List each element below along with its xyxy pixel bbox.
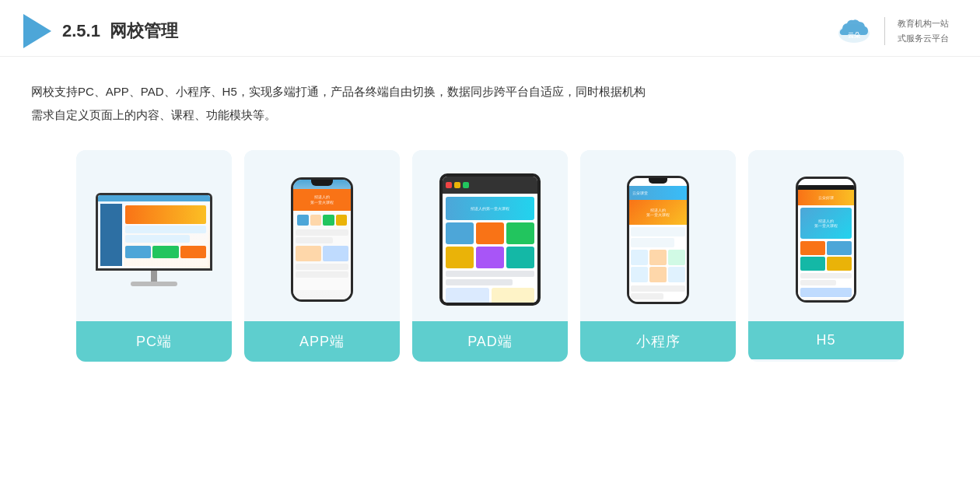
- tablet-tile-2: [476, 222, 504, 244]
- card-pc-image: [76, 150, 232, 321]
- pc-base: [131, 282, 177, 286]
- pc-screen: [98, 195, 210, 268]
- pc-sidebar: [100, 204, 122, 266]
- card-pad-image: 招进人的第一堂火课程: [412, 150, 568, 321]
- pc-screen-content: [98, 201, 210, 268]
- logo-divider: [884, 17, 885, 45]
- card-pad-label: PAD端: [412, 321, 568, 362]
- miniapp-phone-mockup: 云朵课堂 招进人的第一堂火课程: [627, 176, 689, 304]
- card-app-image: 招进人的第一堂火课程: [244, 150, 400, 321]
- description-block: 网校支持PC、APP、PAD、小程序、H5，实现多端打通，产品各终端自由切换，数…: [0, 57, 980, 135]
- h5-tiles: [800, 241, 852, 271]
- pc-device-mockup: [96, 193, 212, 286]
- tablet-tile-6: [506, 247, 534, 268]
- h5-phone-mockup: 云朵好课 招进人的第一堂火课程: [796, 177, 856, 303]
- miniapp-row-2: [631, 238, 674, 247]
- miniapp-screen: 云朵课堂 招进人的第一堂火课程: [629, 178, 687, 302]
- page-wrapper: 2.5.1 网校管理 云朵 教育机构一站 式服务云平台 网校支持PC、APP、P…: [0, 0, 980, 490]
- tablet-btn-2: [454, 182, 460, 188]
- tablet-tile-5: [476, 247, 504, 268]
- miniapp-grid: [631, 250, 685, 282]
- tablet-tile-1: [446, 222, 474, 244]
- tablet-content: 招进人的第一堂火课程: [443, 194, 537, 303]
- grid-item-2: [310, 215, 322, 226]
- page-title: 2.5.1 网校管理: [62, 19, 178, 43]
- description-line1: 网校支持PC、APP、PAD、小程序、H5，实现多端打通，产品各终端自由切换，数…: [31, 80, 949, 103]
- grid-item-3: [323, 215, 334, 226]
- tablet-btn-1: [446, 182, 452, 188]
- tablet-screen: 招进人的第一堂火课程: [443, 177, 537, 303]
- card-pc: PC端: [76, 150, 232, 362]
- h5-tile-1: [800, 241, 825, 255]
- cards-section: PC端 招进人的第一堂火课程: [0, 135, 980, 385]
- tablet-top-bar: [443, 177, 537, 194]
- miniapp-cell-3: [668, 250, 685, 265]
- phone-top-bar: 招进人的第一堂火课程: [293, 189, 351, 211]
- phone-notch: [311, 180, 333, 186]
- logo-slogan: 教育机构一站 式服务云平台: [898, 16, 949, 45]
- miniapp-cell-5: [649, 267, 667, 282]
- card-miniapp-image: 云朵课堂 招进人的第一堂火课程: [580, 150, 736, 321]
- card-miniapp-label: 小程序: [580, 321, 736, 362]
- miniapp-header: 云朵课堂: [629, 186, 687, 200]
- header-left: 2.5.1 网校管理: [23, 14, 178, 48]
- card-app-label: APP端: [244, 321, 400, 362]
- card-app: 招进人的第一堂火课程: [244, 150, 400, 362]
- pc-screen-topbar: [98, 195, 210, 201]
- miniapp-cell-2: [649, 250, 667, 265]
- svg-text:云朵: 云朵: [848, 32, 861, 39]
- phone-content: [293, 211, 351, 290]
- h5-content: 招进人的第一堂火课程: [798, 205, 854, 303]
- card-pc-label: PC端: [76, 321, 232, 362]
- grid-item-4: [336, 215, 348, 226]
- miniapp-body: [629, 225, 687, 304]
- title-bold: 网校管理: [110, 21, 178, 40]
- h5-tile-2: [827, 241, 852, 255]
- grid-item-1: [297, 215, 309, 226]
- phone-screen: 招进人的第一堂火课程: [293, 180, 351, 299]
- description-line2: 需求自定义页面上的内容、课程、功能模块等。: [31, 103, 949, 127]
- h5-tile-4: [827, 257, 852, 271]
- h5-screen: 云朵好课 招进人的第一堂火课程: [798, 179, 854, 300]
- phone-screen-inner: 招进人的第一堂火课程: [293, 189, 351, 290]
- card-pad: 招进人的第一堂火课程: [412, 150, 568, 362]
- card-miniapp: 云朵课堂 招进人的第一堂火课程: [580, 150, 736, 362]
- miniapp-row-1: [631, 227, 685, 236]
- h5-banner: 招进人的第一堂火课程: [800, 208, 852, 239]
- card-h5-label: H5: [748, 321, 904, 359]
- tablet-btn-3: [463, 182, 469, 188]
- h5-tile-3: [800, 257, 825, 271]
- card-h5: 云朵好课 招进人的第一堂火课程: [748, 150, 904, 362]
- tablet-tile-4: [446, 247, 474, 268]
- pc-main: [124, 204, 208, 266]
- brand-logo: 云朵 教育机构一站 式服务云平台: [836, 16, 949, 46]
- app-phone-mockup: 招进人的第一堂火课程: [291, 177, 353, 302]
- tablet-tile-3: [506, 222, 534, 244]
- phone-grid: [296, 213, 348, 227]
- cloud-logo-icon: 云朵: [836, 16, 872, 46]
- section-number: 2.5.1: [62, 21, 100, 40]
- header: 2.5.1 网校管理 云朵 教育机构一站 式服务云平台: [0, 0, 980, 57]
- logo-triangle-icon: [23, 14, 51, 48]
- miniapp-notch: [649, 178, 667, 184]
- miniapp-cell-4: [631, 267, 648, 282]
- tablet-mockup: 招进人的第一堂火课程: [439, 173, 541, 306]
- pc-monitor: [96, 193, 212, 271]
- logo-slogan-line1: 教育机构一站: [898, 16, 949, 31]
- pc-stand: [151, 271, 157, 282]
- h5-top-bar: 云朵好课: [798, 190, 854, 205]
- miniapp-cell-6: [668, 267, 685, 282]
- logo-slogan-line2: 式服务云平台: [898, 31, 949, 46]
- miniapp-cell-1: [631, 250, 648, 265]
- card-h5-image: 云朵好课 招进人的第一堂火课程: [748, 150, 904, 321]
